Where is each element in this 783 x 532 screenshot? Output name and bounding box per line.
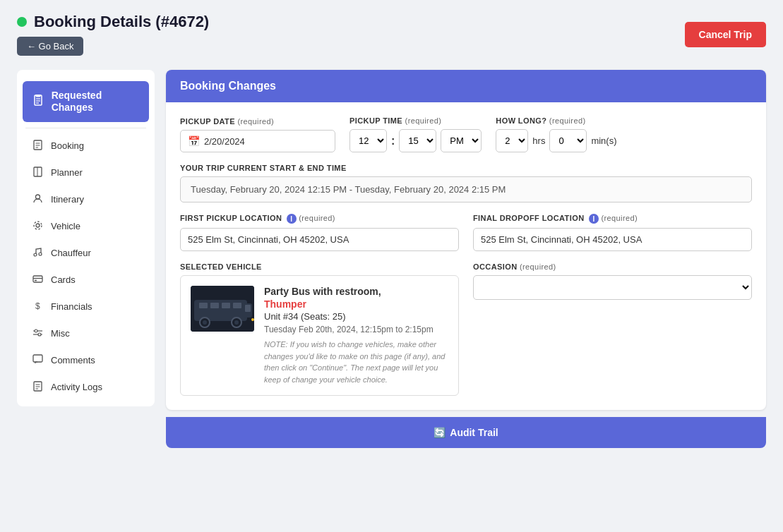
- audit-trail-bar[interactable]: 🔄 Audit Trail: [166, 417, 766, 448]
- music-icon: [31, 247, 44, 260]
- svg-rect-16: [33, 276, 42, 282]
- pickup-time-ampm[interactable]: AMPM: [441, 129, 482, 152]
- status-dot: [17, 17, 27, 27]
- sidebar-label-planner: Planner: [51, 167, 83, 178]
- calendar-icon: 📅: [188, 135, 200, 147]
- first-pickup-group: FIRST PICKUP LOCATION i (required): [180, 214, 459, 251]
- svg-rect-26: [33, 355, 42, 362]
- how-long-minutes[interactable]: 0153045: [549, 129, 587, 152]
- cancel-trip-button[interactable]: Cancel Trip: [685, 22, 766, 47]
- selected-vehicle-label: SELECTED VEHICLE: [180, 262, 459, 271]
- sidebar-label-booking: Booking: [51, 140, 84, 151]
- svg-text:$: $: [35, 301, 40, 311]
- svg-point-13: [34, 222, 42, 229]
- vehicle-name: Party Bus with restroom,: [264, 286, 448, 297]
- svg-rect-42: [245, 305, 251, 312]
- pickup-time-group: PICKUP TIME (required) 12123 4567 891011…: [349, 116, 482, 152]
- vehicle-info: Party Bus with restroom, Thumper Unit #3…: [264, 286, 448, 385]
- trip-time-section: YOUR TRIP CURRENT START & END TIME Tuesd…: [180, 164, 752, 202]
- vehicle-occasion-row: SELECTED VEHICLE: [180, 262, 752, 396]
- sidebar-item-itinerary[interactable]: Itinerary: [20, 186, 152, 213]
- first-pickup-input[interactable]: [180, 228, 459, 251]
- card-icon: [31, 274, 44, 286]
- svg-rect-1: [36, 95, 40, 97]
- person-icon: [31, 193, 44, 206]
- sidebar-item-requested-changes[interactable]: Requested Changes: [23, 81, 149, 122]
- svg-rect-37: [199, 303, 208, 308]
- sidebar-divider: [25, 128, 146, 128]
- svg-point-12: [36, 224, 40, 227]
- occasion-label: OCCASION (required): [473, 262, 752, 271]
- svg-point-15: [39, 253, 42, 255]
- pickup-time-minute[interactable]: 00153045: [399, 129, 436, 152]
- sidebar-item-comments[interactable]: Comments: [20, 347, 152, 374]
- vehicle-time: Tuesday Feb 20th, 2024, 12:15pm to 2:15p…: [264, 325, 448, 334]
- time-colon: :: [391, 135, 395, 147]
- svg-point-20: [35, 330, 37, 332]
- page-title: Booking Details (#4672): [34, 13, 209, 31]
- sidebar: Requested Changes Booking Planner Itiner: [17, 70, 155, 406]
- vehicle-subname: Thumper: [264, 298, 448, 310]
- pickup-date-input[interactable]: [204, 136, 328, 147]
- first-pickup-info-icon: i: [287, 214, 297, 224]
- svg-point-34: [203, 320, 207, 325]
- audit-trail-icon: 🔄: [434, 427, 446, 438]
- vehicle-image: [191, 286, 254, 332]
- svg-point-36: [234, 320, 239, 325]
- occasion-section: OCCASION (required) Birthday Wedding Ann…: [473, 262, 752, 396]
- pickup-date-group: PICKUP DATE (required) 📅: [180, 117, 335, 152]
- card-header: Booking Changes: [166, 70, 766, 102]
- comment-icon: [31, 354, 44, 367]
- sidebar-item-vehicle[interactable]: Vehicle: [20, 213, 152, 240]
- right-panel: Booking Changes PICKUP DATE (required): [166, 70, 766, 448]
- sidebar-label-financials: Financials: [51, 301, 92, 312]
- pickup-time-label: PICKUP TIME (required): [349, 116, 482, 125]
- final-dropoff-label: FINAL DROPOFF LOCATION i (required): [473, 214, 752, 224]
- sidebar-label-misc: Misc: [51, 328, 70, 339]
- mins-label: min(s): [591, 135, 616, 146]
- svg-rect-39: [222, 303, 230, 308]
- sidebar-item-booking[interactable]: Booking: [20, 133, 152, 159]
- sidebar-item-activity-logs[interactable]: Activity Logs: [20, 374, 152, 401]
- pickup-time-hour[interactable]: 12123 4567 891011: [349, 129, 387, 152]
- final-dropoff-info-icon: i: [589, 214, 599, 224]
- vehicle-section: SELECTED VEHICLE: [180, 262, 459, 396]
- sidebar-item-cards[interactable]: Cards: [20, 267, 152, 294]
- final-dropoff-input[interactable]: [473, 228, 752, 251]
- how-long-label: HOW LONG? (required): [496, 116, 616, 125]
- how-long-hours[interactable]: 1234 5678: [496, 129, 528, 152]
- document-icon: [31, 140, 44, 152]
- sidebar-label-comments: Comments: [51, 355, 95, 365]
- svg-point-14: [34, 253, 37, 256]
- booking-changes-card: Booking Changes PICKUP DATE (required): [166, 70, 766, 410]
- svg-point-43: [251, 318, 254, 321]
- vehicle-card: Party Bus with restroom, Thumper Unit #3…: [180, 275, 459, 396]
- card-body: PICKUP DATE (required) 📅 PICKUP TIM: [166, 102, 766, 410]
- how-long-group: HOW LONG? (required) 1234 5678 hrs: [496, 116, 616, 152]
- sidebar-item-planner[interactable]: Planner: [20, 159, 152, 186]
- location-row: FIRST PICKUP LOCATION i (required) FINAL…: [180, 214, 752, 251]
- sidebar-item-misc[interactable]: Misc: [20, 320, 152, 347]
- go-back-button[interactable]: ← Go Back: [17, 37, 83, 56]
- occasion-select[interactable]: Birthday Wedding Anniversary Corporate P…: [473, 275, 752, 300]
- card-header-title: Booking Changes: [180, 80, 276, 92]
- dollar-icon: $: [31, 301, 44, 313]
- pickup-time-controls: 12123 4567 891011 : 00153045 AMPM: [349, 129, 482, 152]
- pickup-date-wrapper[interactable]: 📅: [180, 130, 335, 152]
- trip-time-display: Tuesday, February 20, 2024 12:15 PM - Tu…: [180, 176, 752, 202]
- sidebar-item-chauffeur[interactable]: Chauffeur: [20, 240, 152, 267]
- sliders-icon: [31, 327, 44, 340]
- vehicle-note: NOTE: If you wish to change vehicles, ma…: [264, 339, 448, 385]
- sidebar-label-itinerary: Itinerary: [51, 194, 84, 205]
- first-pickup-label: FIRST PICKUP LOCATION i (required): [180, 214, 459, 224]
- clipboard-icon: [32, 95, 44, 108]
- vehicle-unit: Unit #34 (Seats: 25): [264, 311, 448, 322]
- log-icon: [31, 381, 44, 394]
- pickup-date-label: PICKUP DATE (required): [180, 117, 335, 126]
- svg-rect-40: [233, 303, 241, 308]
- audit-trail-label: Audit Trail: [450, 427, 498, 438]
- gear-icon: [31, 220, 44, 233]
- sidebar-item-financials[interactable]: $ Financials: [20, 294, 152, 320]
- book-icon: [31, 167, 44, 179]
- trip-time-label: YOUR TRIP CURRENT START & END TIME: [180, 164, 752, 172]
